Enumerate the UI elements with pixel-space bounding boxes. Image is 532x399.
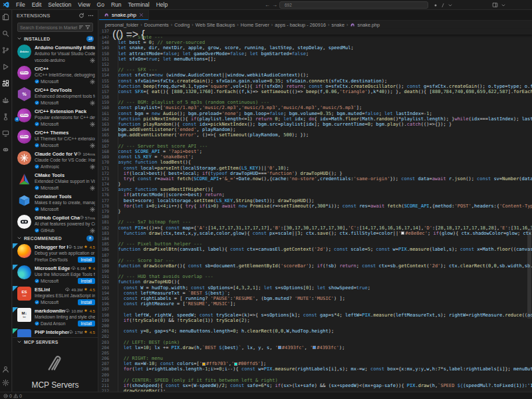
line-number[interactable]: 150 [99,51,112,57]
extension-item-php-intelephense[interactable]: PHP Intelephense17M4.5Install [13,327,98,337]
activity-search-icon[interactable] [2,30,10,38]
tab-snake-php[interactable]: snake.php [99,9,149,20]
code-line[interactable]: 202 [99,334,532,339]
code-line[interactable]: 152 [99,62,532,67]
mcp-section-header[interactable]: MCP SERVERS [13,337,98,346]
more-actions-icon[interactable] [88,13,94,19]
activity-testing-icon[interactable] [2,113,10,121]
code-line[interactable]: 154 const sfxCtx=new (window.AudioContex… [99,72,532,78]
line-number[interactable]: 194 [99,291,112,296]
command-center[interactable]: 692 [279,1,428,9]
manage-gear-icon[interactable] [90,225,95,235]
code-line[interactable]: 147 // --- State --- [99,35,532,40]
line-number[interactable]: 173 [99,176,112,182]
line-number[interactable]: 188 [99,258,112,263]
recommended-section-header[interactable]: RECOMMENDED 8 [13,234,98,242]
line-number[interactable]: 170 [99,160,112,165]
activity-copilot-chat-icon[interactable] [2,146,10,154]
code-line[interactable]: 159 // --- BGM: playlist of 5 mp3s (rand… [99,100,532,105]
code-line[interactable]: 206 // RIGHT: menu [99,356,532,361]
code-line[interactable]: 204 let lx=10; lx += PIX.draw(h,`BEST ${… [99,345,532,350]
menu-file[interactable]: File [13,0,29,9]
code-line[interactable]: 186 function drawPixelBtn(canvasEl, labe… [99,247,532,252]
line-number[interactable]: 149 [99,45,112,51]
code-line[interactable]: 185 // --- Pixel button helper --- [99,241,532,247]
line-number[interactable]: 200 [99,323,112,329]
breadcrumb-item[interactable]: personal_folder [105,22,138,28]
extension-item-github-copilot-chat[interactable]: GitHub Copilot Chat57msAI chat features … [13,213,98,234]
breadcrumb-item[interactable]: apps - backup - 260916 [275,22,326,28]
code-line[interactable]: 198 let leftW, rightW, speedW; const try… [99,313,532,318]
line-number[interactable]: 168 [99,149,112,154]
code-area[interactable]: 147 // --- State ---148 let best = 0; //… [99,35,532,392]
line-number[interactable]: 185 [99,241,112,247]
line-number[interactable]: 203 [99,340,112,345]
code-line[interactable]: 176 if(attractMode||score<=best) return; [99,192,532,198]
code-line[interactable]: 161 const bgm = new Audio(); bgm.preload… [99,111,532,116]
extension-item-claude-code-for-vs-code[interactable]: Claude Code for VS Code104msClaude Code … [13,149,98,170]
line-number[interactable]: 161 [99,111,112,116]
line-number[interactable]: 167 [99,144,112,149]
menu-run[interactable]: Run [108,0,125,9]
menu-terminal[interactable]: Terminal [125,0,153,9]
extension-item-arduino-community-edition[interactable]: ArduinoArduino Community EditionArduino … [13,43,98,64]
line-number[interactable]: 180 [99,214,112,219]
code-line[interactable]: 150 let attractMode=false; let gameOverM… [99,51,532,57]
install-button[interactable]: Install [78,321,95,327]
code-line[interactable]: 182 const PIX=(()=>{ const map={'A':[14,… [99,225,532,231]
activity-explorer-icon[interactable] [2,13,10,21]
code-line[interactable]: 162 function pickNextIndex(){ if(playlis… [99,116,532,122]
code-line[interactable]: 173 try{ const r=await fetch(SCORE_API+'… [99,176,532,182]
installed-section-header[interactable]: INSTALLED 18 [13,35,98,43]
line-number[interactable]: 208 [99,366,112,372]
menu-view[interactable]: View [74,0,93,9]
code-line[interactable]: 208 for(let i=rightLabels.length-1;i>=0;… [99,366,532,372]
line-number[interactable]: 199 [99,318,112,323]
line-number[interactable]: 165 [99,132,112,138]
code-line[interactable]: 210 // CENTER: SPEED (only if it fits be… [99,378,532,383]
code-line[interactable]: 177 best=score; localStorage.setItem(LS_… [99,198,532,203]
line-number[interactable]: 174 [99,182,112,187]
extension-item-c-c[interactable]: C/C++C/C++C/C++ IntelliSense, debugging,… [13,64,98,85]
install-button[interactable]: Install [78,278,95,284]
line-number[interactable]: 155 [99,78,112,84]
editor-scrollbar[interactable] [527,229,531,319]
code-line[interactable]: 199 if(!tryScale(0) && !tryScale(1)) try… [99,318,532,323]
titlebar-actions[interactable] [492,2,506,8]
code-line[interactable]: 203 // LEFT: BEST (pink) [99,340,532,345]
code-line[interactable]: 209 [99,372,532,378]
code-line[interactable]: 156 function beep(freq,dur=0.1,type='squ… [99,84,532,89]
code-line[interactable]: 194 const leftMeasureTxt = `BEST ${best}… [99,291,532,296]
line-number[interactable]: 192 [99,279,112,285]
back-arrow-icon[interactable]: ← [265,2,270,9]
line-number[interactable]: 195 [99,296,112,301]
code-line[interactable]: 160 const playlist=['music/1.mp3','music… [99,105,532,110]
menu-help[interactable]: Help [153,0,171,9]
code-line[interactable]: 169 const LS_KEY = 'snakeBest'; [99,154,532,160]
code-line[interactable]: 172 if(local>best){ best=local; if(typeo… [99,171,532,176]
line-number[interactable]: 193 [99,285,112,291]
line-number[interactable]: 191 [99,274,112,279]
line-number[interactable]: 176 [99,192,112,198]
code-line[interactable]: 190 [99,269,532,274]
code-line[interactable]: 184 [99,236,532,241]
code-line[interactable]: 200 [99,323,532,329]
code-line[interactable]: 171 const local=parseInt(localStorage.ge… [99,166,532,171]
breadcrumb-item[interactable]: Documents [144,22,169,28]
line-number[interactable]: 187 [99,253,112,258]
code-line[interactable]: 191 // --- HUD that avoids overlap --- [99,274,532,279]
menu-selection[interactable]: Selection [45,0,74,9]
line-number[interactable]: 198 [99,313,112,318]
extension-item-microsoft-edge-tools-fo[interactable]: Microsoft Edge Tools fo...6.9M4Use the M… [13,263,98,285]
line-number[interactable]: 157 [99,89,112,94]
code-line[interactable]: 205 [99,350,532,356]
code-line[interactable]: 170 async function loadBest(){ [99,160,532,165]
code-line[interactable]: 192 function drawTopHUD(){ [99,279,532,285]
extension-item-c-c-themes[interactable]: C/C++C/C++ ThemesUI Themes for C/C++ ext… [13,128,98,149]
breadcrumb-item[interactable]: Web Site Backups [196,22,235,28]
extension-item-eslint[interactable]: ESLintESLint49.3M4.5Integrates ESLint Ja… [13,285,98,306]
extension-item-c-c-devtools[interactable]: %C/C++ DevToolsEnhanced development tool… [13,85,98,106]
line-number[interactable]: 160 [99,105,112,110]
code-line[interactable]: 178 for(let i=0;i<4;i++){ try{ if(i>0) a… [99,203,532,209]
code-line[interactable]: 157 const SFX={ eat(){ [880,1320,1760].f… [99,89,532,94]
